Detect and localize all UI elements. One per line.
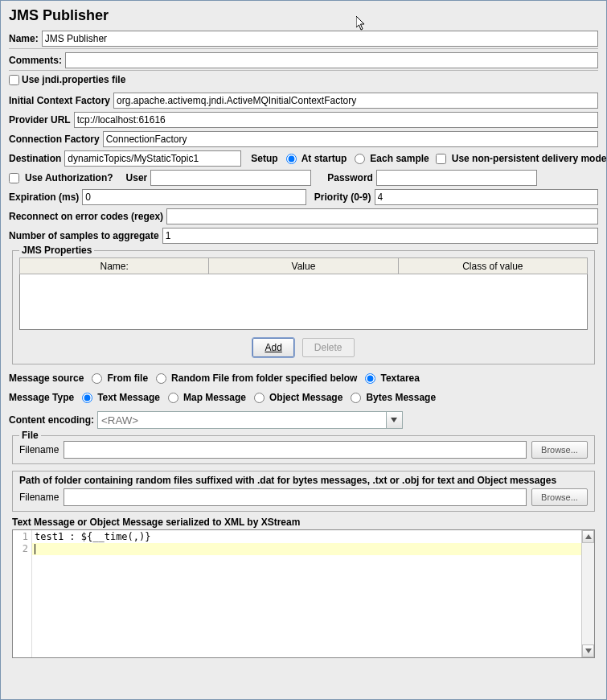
password-input[interactable] bbox=[376, 170, 537, 186]
folder-filename-label: Filename bbox=[19, 492, 59, 503]
icf-label: Initial Context Factory bbox=[9, 95, 110, 106]
msg-source-radio-textarea[interactable] bbox=[365, 373, 375, 384]
add-button[interactable]: Add bbox=[252, 338, 293, 357]
code-line-1: test1 : ${__time(,)} bbox=[32, 531, 581, 543]
editor-gutter: 1 2 bbox=[13, 530, 32, 657]
msg-source-opt-0: From file bbox=[107, 373, 148, 384]
editor-label: Text Message or Object Message serialize… bbox=[12, 517, 595, 528]
expiration-input[interactable] bbox=[82, 189, 306, 205]
msg-type-radio-object[interactable] bbox=[254, 393, 265, 403]
file-fieldset: File Filename Browse... bbox=[12, 435, 595, 464]
reconnect-label: Reconnect on error codes (regex) bbox=[9, 211, 163, 222]
browse-button[interactable]: Browse... bbox=[531, 441, 588, 459]
msg-type-opt-0: Text Message bbox=[97, 392, 160, 403]
message-editor[interactable]: 1 2 test1 : ${__time(,)} bbox=[12, 529, 595, 658]
use-jndi-checkbox[interactable] bbox=[9, 75, 19, 85]
setup-label: Setup bbox=[251, 153, 277, 164]
comments-input[interactable] bbox=[65, 52, 598, 68]
filename-input[interactable] bbox=[64, 441, 527, 459]
msg-type-radio-bytes[interactable] bbox=[351, 393, 361, 403]
provider-url-label: Provider URL bbox=[9, 114, 71, 126]
col-name: Name: bbox=[20, 258, 209, 274]
editor-code[interactable]: test1 : ${__time(,)} bbox=[32, 530, 581, 657]
code-line-2 bbox=[32, 543, 581, 555]
reconnect-input[interactable] bbox=[166, 208, 598, 224]
expiration-label: Expiration (ms) bbox=[9, 191, 79, 203]
folder-filename-input[interactable] bbox=[64, 488, 527, 506]
msg-type-opt-2: Object Message bbox=[269, 392, 342, 403]
setup-option-0: At startup bbox=[301, 153, 347, 164]
delete-button: Delete bbox=[302, 338, 355, 357]
file-legend: File bbox=[19, 430, 41, 441]
encoding-label: Content encoding: bbox=[9, 414, 94, 426]
msg-type-radio-text[interactable] bbox=[82, 393, 92, 403]
msg-source-radio-random[interactable] bbox=[156, 373, 166, 384]
password-label: Password bbox=[327, 172, 373, 183]
name-label: Name: bbox=[9, 33, 39, 44]
col-value: Value bbox=[209, 258, 398, 274]
conn-factory-label: Connection Factory bbox=[9, 134, 100, 145]
msg-type-opt-3: Bytes Message bbox=[366, 392, 436, 403]
use-auth-label: Use Authorization? bbox=[25, 172, 113, 183]
destination-input[interactable] bbox=[64, 150, 241, 167]
name-input[interactable] bbox=[42, 31, 598, 47]
priority-label: Priority (0-9) bbox=[314, 191, 371, 203]
folder-browse-button[interactable]: Browse... bbox=[531, 488, 588, 506]
msg-source-opt-1: Random File from folder specified below bbox=[171, 373, 357, 384]
scrollbar[interactable] bbox=[581, 530, 594, 657]
folder-fieldset: Path of folder containing random files s… bbox=[12, 471, 595, 512]
col-class: Class of value bbox=[398, 258, 587, 274]
chevron-down-icon[interactable] bbox=[387, 411, 403, 429]
aggregate-label: Number of samples to aggregate bbox=[9, 230, 159, 241]
comments-label: Comments: bbox=[9, 55, 62, 66]
user-input[interactable] bbox=[150, 170, 311, 186]
msg-source-opt-2: Textarea bbox=[380, 373, 419, 384]
encoding-input[interactable] bbox=[97, 411, 387, 429]
aggregate-input[interactable] bbox=[162, 228, 598, 244]
msg-type-label: Message Type bbox=[9, 392, 74, 403]
setup-radio-eachsample[interactable] bbox=[355, 154, 365, 164]
msg-source-radio-file[interactable] bbox=[92, 373, 102, 384]
conn-factory-input[interactable] bbox=[103, 131, 598, 147]
destination-label: Destination bbox=[9, 153, 61, 164]
page-title: JMS Publisher bbox=[9, 7, 598, 24]
scroll-down-icon[interactable] bbox=[582, 644, 594, 657]
msg-source-label: Message source bbox=[9, 373, 84, 384]
folder-desc: Path of folder containing random files s… bbox=[19, 475, 588, 486]
jms-properties-legend: JMS Properties bbox=[19, 245, 94, 256]
user-label: User bbox=[126, 172, 148, 183]
msg-type-opt-1: Map Message bbox=[183, 392, 246, 403]
icf-input[interactable] bbox=[113, 93, 598, 109]
non-persistent-label: Use non-persistent delivery mode? bbox=[452, 153, 607, 164]
jms-properties-fieldset: JMS Properties Name: Value Class of valu… bbox=[12, 250, 595, 364]
provider-url-input[interactable] bbox=[74, 112, 598, 128]
filename-label: Filename bbox=[19, 444, 59, 455]
priority-input[interactable] bbox=[375, 189, 598, 205]
encoding-combo[interactable] bbox=[97, 411, 403, 429]
use-jndi-label: Use jndi.properties file bbox=[22, 74, 125, 85]
jms-properties-table[interactable]: Name: Value Class of value bbox=[19, 257, 588, 330]
msg-type-radio-map[interactable] bbox=[168, 393, 178, 403]
jms-publisher-panel: JMS Publisher Name: Comments: Use jndi.p… bbox=[1, 1, 606, 665]
non-persistent-checkbox[interactable] bbox=[436, 154, 446, 164]
setup-radio-startup[interactable] bbox=[286, 154, 297, 164]
setup-option-1: Each sample bbox=[370, 153, 429, 164]
use-auth-checkbox[interactable] bbox=[9, 173, 19, 183]
scroll-up-icon[interactable] bbox=[582, 530, 594, 543]
